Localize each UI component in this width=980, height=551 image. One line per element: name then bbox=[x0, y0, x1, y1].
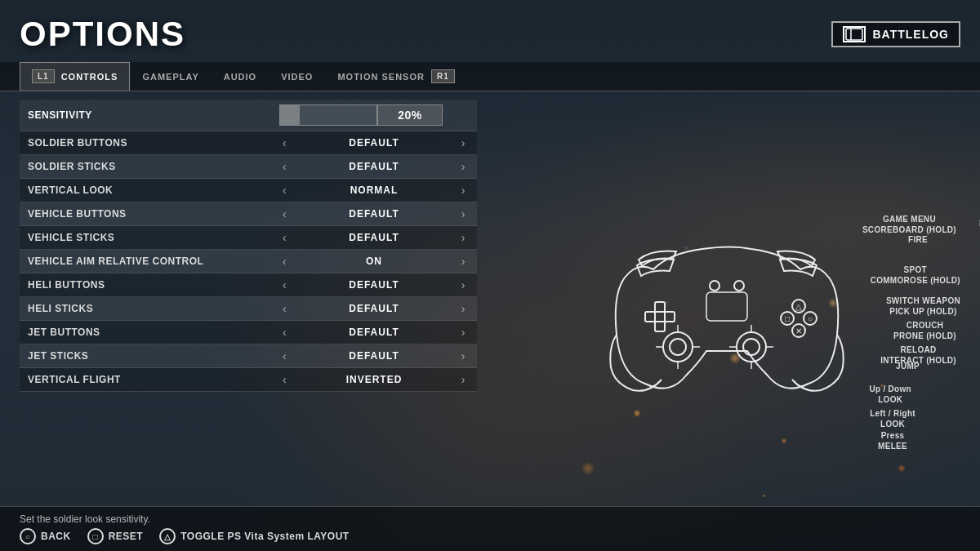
left-right-look-label: Left / RightLOOK bbox=[870, 408, 915, 429]
table-row: VEHICLE AIM RELATIVE CONTROL ‹ ON › bbox=[20, 250, 477, 273]
prev-arrow[interactable]: ‹ bbox=[279, 373, 290, 386]
prev-arrow[interactable]: ‹ bbox=[279, 302, 290, 315]
table-row: VERTICAL FLIGHT ‹ INVERTED › bbox=[20, 368, 477, 392]
toggle-layout-button[interactable]: △ TOGGLE PS Vita System LAYOUT bbox=[159, 528, 350, 544]
game-menu-scoreboard-label: GAME MENUSCOREBOARD (HOLD) bbox=[862, 214, 956, 235]
setting-value-cell: ‹ DEFAULT › bbox=[271, 202, 477, 226]
tab-motion-sensor-label: MOTION SENSOR bbox=[337, 72, 425, 82]
controller-panel: △ □ ○ ✕ bbox=[493, 100, 960, 520]
reset-button[interactable]: □ RESET bbox=[87, 528, 144, 544]
jump-label: JUMP bbox=[896, 361, 920, 371]
table-row: HELI STICKS ‹ DEFAULT › bbox=[20, 297, 477, 321]
battlelog-icon bbox=[843, 26, 866, 42]
crouch-prone-label: CROUCHPRONE (HOLD) bbox=[893, 320, 956, 341]
table-row: VEHICLE STICKS ‹ DEFAULT › bbox=[20, 226, 477, 250]
tab-audio[interactable]: AUDIO bbox=[212, 62, 269, 91]
prev-arrow[interactable]: ‹ bbox=[279, 184, 290, 197]
next-arrow[interactable]: › bbox=[458, 231, 469, 244]
table-row: VERTICAL LOOK ‹ NORMAL › bbox=[20, 179, 477, 202]
prev-arrow[interactable]: ‹ bbox=[279, 231, 290, 244]
next-arrow[interactable]: › bbox=[458, 136, 469, 149]
tab-l1-badge: L1 bbox=[32, 69, 55, 83]
next-arrow[interactable]: › bbox=[458, 207, 469, 220]
bottom-actions: ○ BACK □ RESET △ TOGGLE PS Vita System L… bbox=[20, 528, 960, 544]
tab-r1-badge: R1 bbox=[431, 69, 455, 83]
setting-value-cell: ‹ DEFAULT › bbox=[271, 297, 477, 321]
next-arrow[interactable]: › bbox=[458, 302, 469, 315]
tab-motion-sensor[interactable]: MOTION SENSOR R1 bbox=[325, 62, 466, 91]
setting-name: SOLDIER STICKS bbox=[20, 155, 271, 179]
setting-value-cell: ‹ NORMAL › bbox=[271, 179, 477, 202]
spot-commorose-label: SPOTCOMMOROSE (HOLD) bbox=[871, 264, 960, 286]
next-arrow[interactable]: › bbox=[458, 326, 469, 339]
svg-point-17 bbox=[710, 281, 719, 291]
svg-point-6 bbox=[670, 339, 686, 355]
next-arrow[interactable]: › bbox=[458, 160, 469, 173]
reset-label: RESET bbox=[109, 531, 144, 542]
up-down-look-label: Up / DownLOOK bbox=[869, 384, 911, 405]
next-arrow[interactable]: › bbox=[458, 373, 469, 386]
sensitivity-row: SENSITIVITY 20% bbox=[20, 100, 477, 131]
sensitivity-slider-track[interactable] bbox=[279, 104, 377, 126]
setting-value: INVERTED bbox=[290, 374, 458, 385]
tab-controls-label: CONTROLS bbox=[61, 72, 118, 82]
prev-arrow[interactable]: ‹ bbox=[279, 255, 290, 268]
setting-name: VERTICAL LOOK bbox=[20, 179, 271, 202]
setting-value: DEFAULT bbox=[290, 327, 458, 338]
settings-table: SENSITIVITY 20% SOLDIER BUTTON bbox=[20, 100, 477, 392]
sensitivity-control-cell: 20% bbox=[271, 100, 477, 131]
back-button[interactable]: ○ BACK bbox=[20, 528, 71, 544]
setting-value: DEFAULT bbox=[290, 350, 458, 362]
settings-panel: SENSITIVITY 20% SOLDIER BUTTON bbox=[20, 100, 477, 520]
prev-arrow[interactable]: ‹ bbox=[279, 207, 290, 220]
table-row: SOLDIER STICKS ‹ DEFAULT › bbox=[20, 155, 477, 179]
prev-arrow[interactable]: ‹ bbox=[279, 160, 290, 173]
tab-gameplay[interactable]: GAMEPLAY bbox=[130, 62, 211, 91]
svg-rect-4 bbox=[645, 312, 675, 322]
setting-value: DEFAULT bbox=[290, 303, 458, 314]
svg-text:□: □ bbox=[785, 314, 790, 323]
table-row: HELI BUTTONS ‹ DEFAULT › bbox=[20, 273, 477, 297]
next-arrow[interactable]: › bbox=[458, 278, 469, 291]
next-arrow[interactable]: › bbox=[458, 255, 469, 268]
prev-arrow[interactable]: ‹ bbox=[279, 326, 290, 339]
svg-text:✕: ✕ bbox=[795, 327, 802, 335]
svg-rect-2 bbox=[706, 292, 747, 321]
next-arrow[interactable]: › bbox=[458, 184, 469, 197]
tab-video[interactable]: VIDEO bbox=[269, 62, 325, 91]
prev-arrow[interactable]: ‹ bbox=[279, 349, 290, 362]
fire-label: FIRE bbox=[908, 234, 928, 245]
prev-arrow[interactable]: ‹ bbox=[279, 278, 290, 291]
svg-text:△: △ bbox=[795, 302, 802, 311]
setting-value-cell: ‹ DEFAULT › bbox=[271, 273, 477, 297]
tab-gameplay-label: GAMEPLAY bbox=[142, 72, 198, 82]
setting-value: DEFAULT bbox=[290, 208, 458, 220]
setting-name: HELI STICKS bbox=[20, 297, 271, 321]
setting-name: VEHICLE STICKS bbox=[20, 226, 271, 250]
press-melee-label: PressMELEE bbox=[878, 430, 907, 451]
switch-weapon-label: SWITCH WEAPONPICK UP (HOLD) bbox=[886, 295, 960, 317]
setting-name: VEHICLE BUTTONS bbox=[20, 202, 271, 226]
prev-arrow[interactable]: ‹ bbox=[279, 136, 290, 149]
svg-point-5 bbox=[663, 332, 693, 362]
tab-video-label: VIDEO bbox=[281, 72, 313, 82]
setting-value-cell: ‹ INVERTED › bbox=[271, 368, 477, 392]
tab-controls[interactable]: L1 CONTROLS bbox=[20, 62, 130, 91]
setting-name: JET BUTTONS bbox=[20, 321, 271, 344]
setting-value: DEFAULT bbox=[290, 161, 458, 172]
svg-rect-0 bbox=[846, 29, 862, 40]
table-row: VEHICLE BUTTONS ‹ DEFAULT › bbox=[20, 202, 477, 226]
svg-rect-3 bbox=[655, 302, 665, 331]
setting-value-cell: ‹ DEFAULT › bbox=[271, 155, 477, 179]
back-icon: ○ bbox=[20, 528, 36, 544]
controller-diagram: △ □ ○ ✕ bbox=[588, 204, 866, 416]
hint-text: Set the soldier look sensitivity. bbox=[20, 513, 960, 525]
sensitivity-value: 20% bbox=[377, 104, 443, 126]
setting-value-cell: ‹ DEFAULT › bbox=[271, 131, 477, 155]
battlelog-label: BATTLELOG bbox=[872, 28, 949, 41]
next-arrow[interactable]: › bbox=[458, 349, 469, 362]
table-row: SOLDIER BUTTONS ‹ DEFAULT › bbox=[20, 131, 477, 155]
table-row: JET STICKS ‹ DEFAULT › bbox=[20, 344, 477, 368]
battlelog-button[interactable]: BATTLELOG bbox=[831, 21, 960, 47]
setting-name: VEHICLE AIM RELATIVE CONTROL bbox=[20, 250, 271, 273]
